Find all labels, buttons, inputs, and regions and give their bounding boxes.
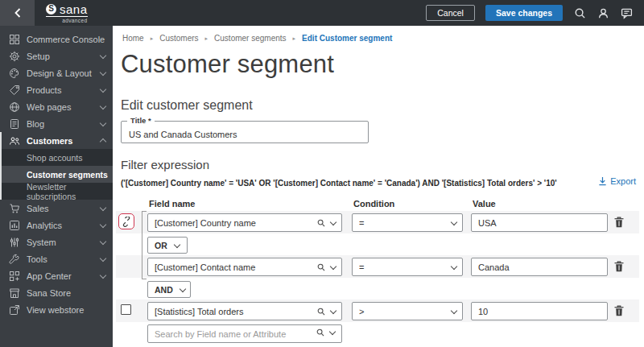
- condition-select[interactable]: >: [352, 302, 463, 320]
- sidebar-item-app-center[interactable]: App Center: [0, 267, 113, 284]
- trash-icon: [614, 217, 624, 228]
- breadcrumb-customer-segments[interactable]: Customer segments: [214, 34, 286, 43]
- delete-row-button[interactable]: [613, 215, 625, 229]
- customers-submenu: Shop accounts Customer segments Newslett…: [0, 149, 113, 200]
- export-link[interactable]: Export: [598, 176, 636, 186]
- sidebar-item-blog[interactable]: Blog: [0, 115, 113, 132]
- sidebar-item-products[interactable]: Products: [0, 81, 113, 98]
- blog-page-icon: [9, 118, 20, 130]
- breadcrumb-customers[interactable]: Customers: [159, 34, 198, 43]
- field-name-combobox[interactable]: [Customer] Country name: [147, 213, 342, 232]
- console-grid-icon: [9, 34, 20, 45]
- condition-select[interactable]: =: [352, 213, 463, 232]
- delete-row-button[interactable]: [613, 304, 625, 318]
- breadcrumb-home[interactable]: Home: [122, 34, 144, 43]
- chevron-up-icon: [100, 138, 106, 144]
- condition-select[interactable]: =: [352, 258, 463, 276]
- value-input[interactable]: [471, 213, 608, 232]
- ungroup-button[interactable]: [118, 213, 134, 229]
- wrench-icon: [9, 254, 20, 265]
- sidebar-item-label: Commerce Console: [27, 35, 105, 44]
- sana-s-icon: S: [46, 4, 56, 14]
- sidebar-item-sales[interactable]: Sales: [0, 200, 113, 217]
- row-select-checkbox[interactable]: [121, 304, 131, 315]
- sidebar-item-label: Customers: [27, 136, 101, 146]
- sidebar-item-label: Tools: [27, 254, 101, 264]
- filter-builder: Field name Condition Value [Customer] Co…: [113, 197, 644, 344]
- field-name-combobox[interactable]: [Statistics] Total orders: [147, 302, 342, 320]
- sidebar-item-commerce-console[interactable]: Commerce Console: [0, 31, 113, 48]
- condition-value: =: [359, 218, 452, 228]
- delete-row-button[interactable]: [613, 259, 625, 274]
- group-operator-select[interactable]: OR: [147, 237, 188, 254]
- sidebar-item-label: Sales: [27, 204, 101, 213]
- column-header-condition: Condition: [353, 199, 394, 209]
- chevron-down-icon: [100, 238, 106, 244]
- sidebar: Commerce Console Setup Design & Layout P…: [0, 26, 113, 347]
- sidebar-item-label: Newsletter subscriptions: [27, 182, 113, 201]
- tag-icon: [9, 85, 20, 96]
- sidebar-item-label: Setup: [27, 52, 101, 61]
- title-field: Title *: [121, 121, 369, 143]
- field-name-combobox[interactable]: [Customer] Contact name: [147, 258, 342, 276]
- gear-icon: [9, 51, 20, 62]
- chevron-down-icon: [451, 218, 457, 225]
- chevron-down-icon: [180, 285, 186, 291]
- chevron-down-icon: [330, 307, 336, 313]
- chevron-down-icon: [100, 254, 106, 261]
- sidebar-item-label: Sana Store: [27, 288, 105, 298]
- chevron-down-icon: [451, 307, 457, 313]
- sidebar-item-label: View webstore: [27, 305, 105, 315]
- sidebar-item-label: Design & Layout: [27, 68, 101, 78]
- group-bracket: [142, 211, 147, 279]
- sidebar-item-tools[interactable]: Tools: [0, 250, 113, 267]
- topbar-actions: Cancel Save changes: [426, 5, 644, 21]
- breadcrumb-current: Edit Customer segment: [302, 34, 392, 43]
- sidebar-item-analytics[interactable]: Analytics: [0, 217, 113, 233]
- value-input[interactable]: [471, 302, 608, 320]
- chevron-down-icon: [100, 119, 106, 126]
- field-name-value: [Statistics] Total orders: [155, 307, 317, 316]
- cart-icon: [9, 203, 20, 214]
- field-name-value: [Customer] Contact name: [155, 262, 317, 272]
- download-icon: [598, 176, 607, 186]
- chevron-down-icon: [100, 102, 106, 109]
- page-title: Customer segment: [121, 50, 334, 79]
- search-icon: [317, 263, 325, 271]
- chevron-down-icon: [330, 218, 336, 225]
- column-header-value: Value: [473, 199, 496, 209]
- root-operator-select[interactable]: AND: [147, 281, 191, 298]
- sidebar-item-newsletter-subscriptions[interactable]: Newsletter subscriptions: [0, 183, 113, 200]
- export-label: Export: [610, 176, 636, 186]
- globe-icon: [9, 101, 20, 113]
- sidebar-item-sana-store[interactable]: Sana Store: [0, 284, 113, 301]
- account-icon[interactable]: [597, 6, 609, 19]
- cancel-button[interactable]: Cancel: [426, 5, 475, 21]
- sidebar-nav: Commerce Console Setup Design & Layout P…: [0, 31, 113, 318]
- add-condition-search-input[interactable]: [147, 324, 342, 343]
- app-window: S sana advanced Cancel Save changes Co: [0, 0, 644, 347]
- search-icon[interactable]: [573, 6, 586, 19]
- back-button[interactable]: [0, 0, 35, 26]
- sidebar-item-web-pages[interactable]: Web pages: [0, 98, 113, 115]
- title-input[interactable]: [122, 122, 368, 143]
- main-content: Home ▸ Customers ▸ Customer segments ▸ E…: [113, 26, 644, 347]
- value-input[interactable]: [471, 258, 608, 276]
- chevron-down-icon: [100, 68, 106, 75]
- palette-icon: [9, 68, 20, 79]
- save-changes-button[interactable]: Save changes: [485, 5, 563, 21]
- chevron-down-icon: [100, 85, 106, 92]
- sidebar-item-customer-segments[interactable]: Customer segments: [0, 166, 113, 183]
- sidebar-item-customers[interactable]: Customers: [0, 132, 113, 149]
- feedback-icon[interactable]: [620, 6, 633, 19]
- active-group-accent: [0, 132, 2, 200]
- column-header-field-name: Field name: [149, 199, 195, 209]
- sidebar-item-system[interactable]: System: [0, 233, 113, 250]
- chevron-down-icon: [330, 262, 336, 269]
- sidebar-item-design-layout[interactable]: Design & Layout: [0, 64, 113, 81]
- sidebar-item-label: Products: [27, 85, 101, 95]
- sidebar-item-shop-accounts[interactable]: Shop accounts: [0, 149, 113, 166]
- sidebar-item-setup[interactable]: Setup: [0, 48, 113, 64]
- sidebar-item-view-webstore[interactable]: View webstore: [0, 301, 113, 318]
- field-name-value: [Customer] Country name: [155, 218, 317, 228]
